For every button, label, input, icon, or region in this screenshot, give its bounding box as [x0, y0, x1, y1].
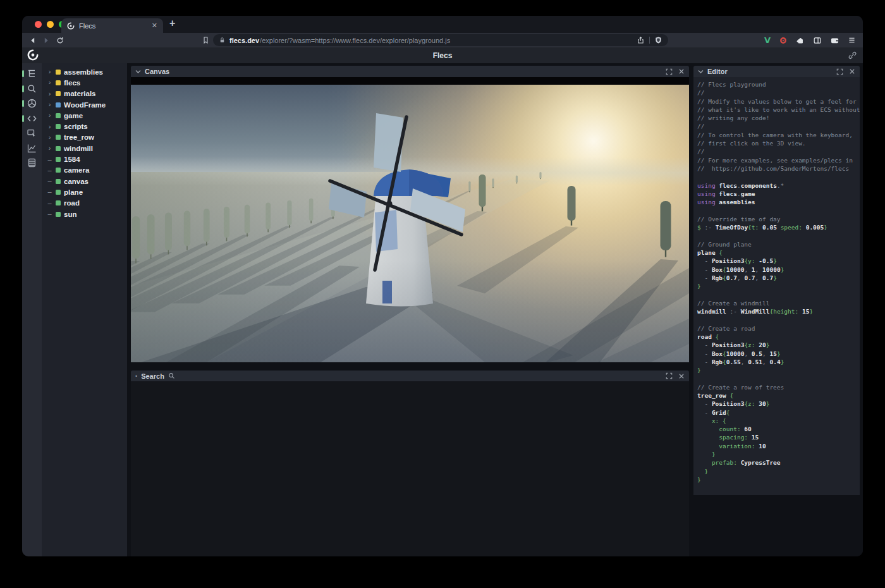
expand-chevron-icon[interactable]: ›: [47, 112, 52, 119]
code-area[interactable]: // Flecs playground//// Modify the value…: [693, 77, 860, 495]
tree-item-flecs[interactable]: ›flecs: [42, 77, 127, 88]
tree-item-label: 1584: [64, 156, 80, 163]
shield-icon[interactable]: [654, 36, 662, 44]
expand-chevron-icon[interactable]: ›: [47, 145, 52, 152]
tree-item-assemblies[interactable]: ›assemblies: [42, 66, 127, 77]
extension-red-icon[interactable]: [779, 36, 788, 45]
active-indicator: [22, 100, 24, 107]
tab-close-icon[interactable]: ✕: [152, 22, 157, 29]
entities-icon[interactable]: [22, 156, 42, 171]
canvas-3d-view[interactable]: [131, 77, 689, 362]
tree-item-materials[interactable]: ›materials: [42, 89, 127, 99]
extensions-puzzle-icon[interactable]: [796, 36, 805, 45]
editor-panel-title: Editor: [707, 68, 728, 75]
code-line: windmill :- WindMill{height: 15}: [697, 307, 860, 315]
close-icon[interactable]: [678, 68, 685, 75]
tree-item-road[interactable]: –road: [42, 198, 127, 209]
canvas-panel-title: Canvas: [145, 68, 169, 75]
fullscreen-icon[interactable]: [836, 68, 843, 75]
share-icon[interactable]: [637, 36, 645, 44]
entity-color-square: [56, 91, 61, 96]
flecs-logo[interactable]: [27, 49, 39, 61]
code-line: spacing: 15: [697, 433, 860, 441]
magnifier-icon: [168, 372, 175, 379]
code-line: - Box{10000, 0.5, 15}: [697, 350, 860, 358]
tree-item-game[interactable]: ›game: [42, 110, 127, 121]
lock-icon: [219, 37, 226, 44]
editor-panel-header[interactable]: Editor: [693, 66, 860, 77]
tree-item-WoodFrame[interactable]: ›WoodFrame: [42, 99, 127, 110]
code-line: - Position3{y: -0.5}: [697, 257, 860, 265]
entity-color-square: [56, 135, 61, 140]
entity-color-square: [56, 124, 61, 129]
wallet-icon[interactable]: [830, 36, 839, 45]
minimize-window-button[interactable]: [47, 21, 54, 28]
search-icon[interactable]: [22, 82, 42, 97]
extension-icons: V: [764, 33, 856, 47]
code-line: prefab: CypressTree: [697, 458, 860, 467]
expand-chevron-icon[interactable]: ›: [47, 123, 52, 130]
close-icon[interactable]: [678, 373, 685, 379]
entity-color-square: [56, 168, 61, 173]
code-line: }: [697, 467, 860, 475]
stats-icon[interactable]: [22, 141, 42, 156]
tree-item-label: game: [64, 112, 83, 119]
forward-button[interactable]: [40, 35, 51, 46]
browser-window: Flecs ✕ + flecs.dev /explorer/?wasm=http…: [22, 16, 863, 556]
code-line: x: {: [697, 417, 860, 425]
bookmark-icon[interactable]: [200, 35, 211, 46]
windmill-scene: [131, 77, 689, 362]
back-button[interactable]: [27, 35, 38, 46]
menu-icon[interactable]: [848, 36, 856, 44]
tree-item-plane[interactable]: –plane: [42, 187, 127, 197]
code-line: - Rgb{0.7, 0.7, 0.7}: [697, 274, 860, 282]
tree-icon[interactable]: [22, 66, 42, 82]
code-line: }: [697, 450, 860, 458]
leaf-dash-icon: –: [47, 178, 52, 185]
tree-item-scripts[interactable]: ›scripts: [42, 121, 127, 132]
editor-panel: Editor // Flecs playground//// Modify th…: [693, 66, 860, 495]
reload-button[interactable]: [54, 35, 65, 46]
code-line: // Ground plane: [697, 240, 860, 248]
url-bar[interactable]: flecs.dev /explorer/?wasm=https://www.fl…: [213, 34, 668, 46]
inspect-icon[interactable]: [22, 126, 42, 141]
new-tab-button[interactable]: +: [169, 18, 175, 29]
tree-item-windmill[interactable]: ›windmill: [42, 143, 127, 154]
tree-item-tree_row[interactable]: ›tree_row: [42, 132, 127, 143]
link-icon[interactable]: [848, 51, 857, 60]
chevron-down-icon[interactable]: [135, 69, 141, 74]
chevron-down-icon[interactable]: [698, 69, 704, 74]
code-line: }: [697, 282, 860, 290]
tree-item-canvas[interactable]: –canvas: [42, 176, 127, 187]
code-line: //: [697, 122, 860, 130]
leaf-dash-icon: –: [47, 167, 52, 174]
expand-chevron-icon[interactable]: ›: [47, 134, 52, 141]
tree-item-label: sun: [64, 211, 76, 218]
expand-chevron-icon[interactable]: ›: [47, 79, 52, 86]
browser-tab[interactable]: Flecs ✕: [61, 18, 163, 33]
tree-item-label: road: [64, 199, 80, 207]
scene-icon[interactable]: [22, 96, 42, 111]
expand-chevron-icon[interactable]: ›: [47, 90, 52, 97]
search-panel-header[interactable]: • Search: [131, 371, 689, 381]
active-indicator: [22, 70, 24, 77]
code-line: - Position3{z: 20}: [697, 341, 860, 349]
code-line: variation: 10: [697, 442, 860, 450]
search-results-area[interactable]: [131, 381, 689, 556]
code-line: [697, 374, 860, 383]
tree-item-1584[interactable]: –1584: [42, 154, 127, 164]
code-line: count: 60: [697, 425, 860, 433]
close-window-button[interactable]: [35, 21, 42, 28]
expand-chevron-icon[interactable]: ›: [47, 101, 52, 108]
tree-item-sun[interactable]: –sun: [42, 209, 127, 219]
expand-chevron-icon[interactable]: ›: [47, 68, 52, 75]
page-title: Flecs: [433, 51, 453, 60]
vue-devtools-icon[interactable]: V: [764, 35, 771, 45]
close-icon[interactable]: [849, 68, 855, 75]
canvas-panel-header[interactable]: Canvas: [131, 66, 689, 77]
code-icon[interactable]: [22, 111, 42, 126]
tree-item-camera[interactable]: –camera: [42, 165, 127, 176]
fullscreen-icon[interactable]: [666, 68, 673, 75]
fullscreen-icon[interactable]: [666, 372, 673, 379]
side-panel-icon[interactable]: [813, 36, 822, 45]
